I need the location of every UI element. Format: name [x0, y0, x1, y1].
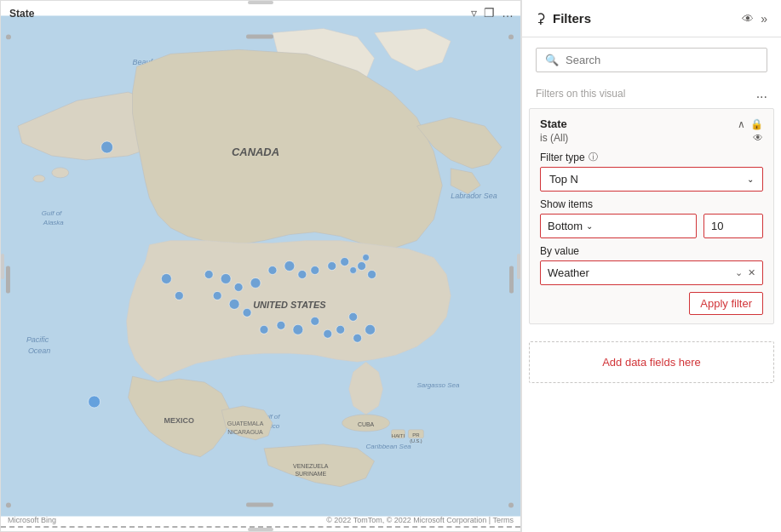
by-value-label: By value [540, 245, 763, 257]
svg-point-39 [284, 261, 295, 272]
filters-panel: ⚳ Filters 👁 » 🔍 Filters on this visual .… [521, 0, 781, 532]
filters-section-label: Filters on this visual ... [522, 83, 781, 108]
map-title: State [9, 8, 34, 20]
svg-text:NICARAGUA: NICARAGUA [227, 429, 263, 435]
add-data-text: Add data fields here [602, 356, 701, 369]
svg-text:CUBA: CUBA [358, 421, 375, 427]
show-count-input[interactable] [703, 214, 763, 238]
svg-point-43 [341, 258, 349, 266]
apply-filter-button[interactable]: Apply filter [689, 292, 763, 315]
svg-text:Pacific: Pacific [26, 335, 49, 344]
svg-point-30 [175, 291, 183, 300]
svg-text:Gulf of: Gulf of [42, 209, 62, 217]
eye-small-icon[interactable]: 👁 [753, 132, 763, 144]
by-value-chevron-icon[interactable]: ⌄ [735, 267, 743, 278]
svg-point-13 [33, 175, 45, 182]
svg-text:VENEZUELA: VENEZUELA [293, 463, 329, 469]
more-icon[interactable]: … [502, 6, 514, 20]
search-input[interactable] [566, 54, 758, 66]
svg-text:PR: PR [412, 432, 420, 438]
chevron-right-icon[interactable]: » [761, 12, 767, 26]
svg-point-46 [363, 255, 370, 261]
svg-point-31 [204, 270, 213, 278]
search-box[interactable]: 🔍 [536, 48, 767, 72]
filter-header-icon: ⚳ [536, 10, 546, 26]
svg-point-34 [250, 277, 261, 288]
svg-point-52 [324, 329, 332, 338]
eye-icon[interactable]: 👁 [742, 12, 754, 26]
add-data-section[interactable]: Add data fields here [529, 341, 774, 383]
show-items-row: Bottom ⌄ [540, 214, 763, 238]
filter-icon[interactable]: ▿ [471, 6, 477, 20]
chevron-up-icon[interactable]: ∧ [738, 118, 745, 130]
by-value-clear-icon[interactable]: ✕ [748, 267, 755, 278]
svg-text:Sargasso Sea: Sargasso Sea [416, 381, 460, 389]
filters-header-icons: 👁 » [742, 12, 767, 26]
svg-point-28 [101, 141, 113, 153]
map-watermark: Microsoft Bing [8, 516, 56, 524]
svg-rect-65 [509, 266, 514, 294]
svg-point-32 [221, 273, 231, 283]
filters-header: ⚳ Filters 👁 » [522, 0, 781, 37]
by-value-icons: ⌄ ✕ [735, 267, 755, 278]
svg-point-55 [353, 334, 362, 342]
filter-value: is (All) 👁 [540, 132, 763, 144]
svg-point-54 [349, 312, 358, 321]
svg-text:Alaska: Alaska [43, 219, 64, 226]
section-more-button[interactable]: ... [756, 86, 767, 101]
filters-title: Filters [553, 11, 735, 26]
svg-point-45 [358, 262, 366, 271]
map-visualization: Beaufort Sea Hudson Bay Labrador Sea Gul… [1, 1, 520, 531]
svg-text:SURINAME: SURINAME [295, 471, 326, 477]
show-direction-dropdown[interactable]: Bottom ⌄ [540, 214, 697, 238]
svg-point-35 [213, 291, 221, 300]
search-icon: 🔍 [545, 54, 559, 66]
show-items-label: Show items [540, 198, 763, 210]
filter-card-state: State ∧ 🔒 is (All) 👁 Filter type ⓘ Top N… [529, 108, 774, 324]
svg-point-53 [336, 325, 345, 334]
filter-type-label: Filter type ⓘ [540, 151, 763, 163]
info-icon[interactable]: ⓘ [589, 151, 598, 163]
by-value-dropdown[interactable]: Weather ⌄ ✕ [540, 260, 763, 285]
svg-text:GUATEMALA: GUATEMALA [227, 420, 264, 426]
svg-rect-64 [6, 266, 10, 294]
map-toolbar: ▿ ❐ … [471, 6, 514, 20]
svg-rect-60 [6, 503, 11, 508]
svg-text:(U.S.): (U.S.) [410, 438, 422, 443]
svg-point-42 [328, 262, 336, 271]
svg-point-40 [298, 270, 307, 278]
svg-point-38 [268, 266, 277, 275]
svg-point-41 [311, 266, 319, 275]
svg-text:HAITI: HAITI [392, 433, 405, 438]
lock-icon[interactable]: 🔒 [750, 118, 763, 130]
svg-rect-62 [246, 34, 273, 38]
svg-rect-59 [508, 34, 514, 39]
map-copyright: © 2022 TomTom, © 2022 Microsoft Corporat… [326, 516, 514, 524]
resize-handle-top[interactable] [248, 1, 273, 4]
svg-rect-61 [508, 503, 514, 508]
apply-filter-row: Apply filter [540, 292, 763, 315]
by-value-text: Weather [548, 266, 735, 279]
svg-rect-63 [246, 503, 273, 507]
svg-point-44 [350, 266, 357, 273]
filter-type-dropdown[interactable]: Top N ⌄ [540, 167, 763, 192]
resize-handle-right[interactable] [517, 254, 520, 279]
filter-card-header: State ∧ 🔒 [540, 117, 763, 130]
svg-text:MEXICO: MEXICO [164, 416, 194, 425]
svg-point-51 [311, 317, 319, 325]
show-direction-arrow: ⌄ [586, 221, 593, 231]
svg-point-29 [161, 273, 171, 283]
fullscreen-icon[interactable]: ❐ [484, 6, 495, 20]
svg-text:CANADA: CANADA [232, 146, 279, 158]
svg-text:Ocean: Ocean [28, 346, 50, 355]
svg-point-57 [89, 396, 100, 408]
svg-rect-58 [6, 34, 11, 39]
svg-point-56 [365, 324, 376, 335]
section-label-text: Filters on this visual [536, 88, 625, 100]
filter-type-value: Top N [549, 173, 578, 186]
svg-text:Caribbean Sea: Caribbean Sea [366, 443, 412, 450]
filter-card-icons: ∧ 🔒 [738, 118, 763, 130]
resize-handle-left[interactable] [1, 254, 4, 279]
svg-text:UNITED STATES: UNITED STATES [253, 300, 326, 310]
svg-point-50 [293, 324, 303, 335]
